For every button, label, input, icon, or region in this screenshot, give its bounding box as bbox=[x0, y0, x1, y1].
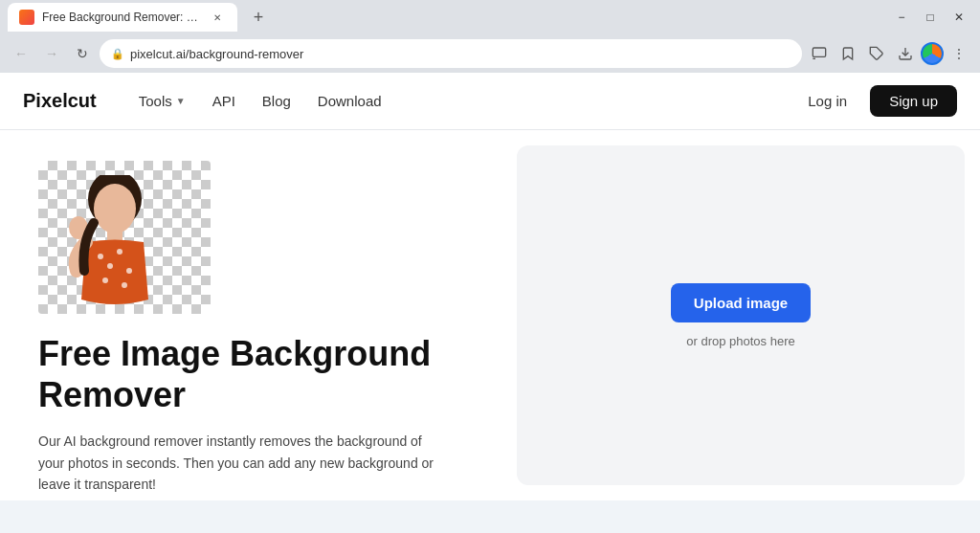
tab-title: Free Background Remover: Re... bbox=[42, 11, 201, 24]
forward-button[interactable]: → bbox=[38, 40, 65, 67]
menu-button[interactable]: ⋮ bbox=[946, 40, 972, 67]
extensions-button[interactable] bbox=[863, 40, 890, 67]
upload-drop-zone[interactable]: Upload image or drop photos here bbox=[517, 145, 965, 485]
profile-avatar[interactable] bbox=[921, 42, 944, 65]
svg-point-9 bbox=[126, 268, 132, 274]
drop-hint-text: or drop photos here bbox=[686, 334, 794, 348]
signup-button[interactable]: Sign up bbox=[870, 85, 957, 117]
nav-auth: Log in Sign up bbox=[796, 85, 957, 117]
minimize-button[interactable]: − bbox=[888, 4, 915, 31]
site-logo[interactable]: Pixelcut bbox=[23, 90, 97, 112]
hero-description: Our AI background remover instantly remo… bbox=[38, 431, 450, 495]
svg-rect-0 bbox=[813, 48, 825, 56]
svg-point-7 bbox=[107, 263, 113, 269]
svg-point-11 bbox=[122, 282, 127, 288]
url-text: pixelcut.ai/background-remover bbox=[130, 47, 791, 61]
nav-item-download[interactable]: Download bbox=[306, 85, 393, 117]
svg-point-10 bbox=[102, 278, 108, 283]
right-panel: Upload image or drop photos here bbox=[517, 130, 980, 500]
bookmark-button[interactable] bbox=[835, 40, 861, 67]
nav-item-tools[interactable]: Tools ▼ bbox=[127, 85, 197, 117]
address-bar[interactable]: 🔒 pixelcut.ai/background-remover bbox=[100, 39, 802, 68]
nav-tools-label: Tools bbox=[139, 93, 172, 109]
upload-image-button[interactable]: Upload image bbox=[671, 283, 811, 322]
svg-point-6 bbox=[98, 254, 103, 259]
cast-button[interactable] bbox=[806, 40, 833, 67]
chevron-down-icon: ▼ bbox=[176, 96, 186, 106]
maximize-button[interactable]: □ bbox=[917, 4, 944, 31]
hero-title: Free Image Background Remover bbox=[38, 333, 479, 415]
back-button[interactable]: ← bbox=[8, 40, 34, 67]
hero-image bbox=[38, 161, 211, 314]
new-tab-button[interactable]: + bbox=[245, 4, 272, 31]
nav-item-blog[interactable]: Blog bbox=[251, 85, 302, 117]
main-content: Free Image Background Remover Our AI bac… bbox=[0, 130, 980, 500]
login-button[interactable]: Log in bbox=[796, 85, 858, 117]
lock-icon: 🔒 bbox=[111, 48, 124, 60]
refresh-button[interactable]: ↻ bbox=[69, 40, 96, 67]
navigation: Pixelcut Tools ▼ API Blog Download Log i… bbox=[0, 73, 980, 130]
tab-close-button[interactable]: ✕ bbox=[209, 9, 226, 26]
nav-item-api[interactable]: API bbox=[201, 85, 247, 117]
download-browser-button[interactable] bbox=[892, 40, 919, 67]
svg-point-4 bbox=[94, 184, 136, 233]
hero-person-svg bbox=[57, 175, 172, 314]
svg-point-8 bbox=[117, 249, 122, 255]
nav-items: Tools ▼ API Blog Download bbox=[127, 85, 797, 117]
left-panel: Free Image Background Remover Our AI bac… bbox=[0, 130, 517, 500]
close-button[interactable]: ✕ bbox=[946, 4, 972, 31]
